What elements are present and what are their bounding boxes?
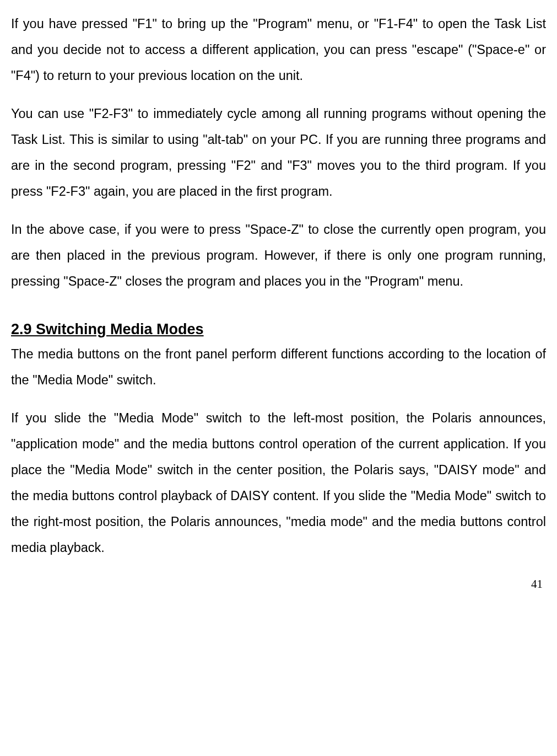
body-paragraph: If you have pressed "F1" to bring up the…	[11, 11, 546, 89]
body-paragraph: If you slide the "Media Mode" switch to …	[11, 405, 546, 561]
section-heading: 2.9 Switching Media Modes	[11, 321, 546, 338]
page-number: 41	[11, 577, 546, 591]
body-paragraph: In the above case, if you were to press …	[11, 217, 546, 294]
body-paragraph: You can use "F2-F3" to immediately cycle…	[11, 101, 546, 205]
body-paragraph: The media buttons on the front panel per…	[11, 341, 546, 393]
